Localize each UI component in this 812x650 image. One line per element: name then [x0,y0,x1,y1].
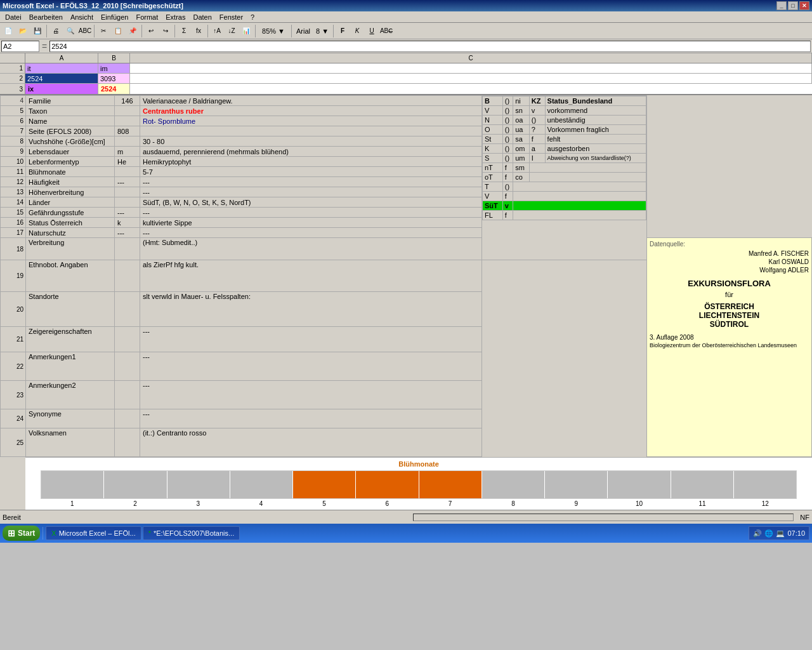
num-zeiger[interactable] [115,327,140,352]
zoom-button[interactable]: 85% ▼ [258,24,289,38]
cell-C1[interactable] [130,63,812,73]
num-verbreitung[interactable] [115,238,140,260]
num-taxon[interactable] [115,106,140,116]
val-familie[interactable]: Valerianaceae / Baldriangew. [140,96,482,106]
formula-input[interactable]: 2524 [49,41,811,52]
num-bluhmonate[interactable] [115,167,140,177]
label-volksnamen[interactable]: Volksnamen [26,428,115,457]
strikethrough-button[interactable]: ABC̶ [379,24,393,38]
save-button[interactable]: 💾 [30,24,44,38]
cell-B2[interactable]: 3093 [98,74,130,83]
label-lebenformentyp[interactable]: Lebenformentyp [26,157,115,167]
num-lebenformentyp[interactable]: He [115,157,140,167]
label-familie[interactable]: Familie [26,96,115,106]
label-status-oe[interactable]: Status Österreich [26,218,115,228]
label-anm2[interactable]: Anmerkungen2 [26,381,115,409]
num-lander[interactable] [115,197,140,208]
copy-button[interactable]: 📋 [111,24,125,38]
val-gefahr[interactable]: --- [140,208,482,218]
col-header-A[interactable]: A [25,53,98,63]
menu-bearbeiten[interactable]: Bearbeiten [25,11,67,23]
val-volksnamen[interactable]: (it.:) Centranto rosso [140,428,482,457]
label-lebensdauer[interactable]: Lebensdauer [26,147,115,157]
num-naturschutz[interactable]: --- [115,228,140,238]
val-naturschutz[interactable]: --- [140,228,482,238]
val-ethnobot[interactable]: als ZierPf hfg kult. [140,260,482,292]
cell-B1[interactable]: im [98,63,130,73]
num-name[interactable] [115,116,140,126]
close-button[interactable]: ✕ [799,1,809,10]
menu-datei[interactable]: Datei [1,11,25,23]
val-name[interactable]: Rot- Spornblume [140,116,482,126]
preview-button[interactable]: 🔍 [63,24,77,38]
autosum-button[interactable]: Σ [177,24,191,38]
menu-extras[interactable]: Extras [162,11,189,23]
undo-button[interactable]: ↩ [144,24,158,38]
scrollbar-track[interactable] [413,514,794,521]
val-zeiger[interactable]: --- [140,327,482,352]
val-anm1[interactable]: --- [140,352,482,381]
sort-asc-button[interactable]: ↑A [210,24,224,38]
num-standorte[interactable] [115,292,140,327]
num-vuchs[interactable] [115,136,140,147]
num-seite[interactable]: 808 [115,126,140,136]
ix-label[interactable]: ix [25,84,98,94]
minimize-button[interactable]: _ [776,1,787,10]
num-anm1[interactable] [115,352,140,381]
label-gefahr[interactable]: Gefährdungsstufe [26,208,115,218]
cell-A2-selected[interactable]: 2524 [25,74,98,83]
label-ethnobot[interactable]: Ethnobot. Angaben [26,260,115,292]
val-seite[interactable] [140,126,482,136]
paste-button[interactable]: 📌 [126,24,140,38]
open-button[interactable]: 📂 [16,24,30,38]
font-name[interactable]: Arial [294,27,313,35]
sort-desc-button[interactable]: ↓Z [225,24,239,38]
label-name[interactable]: Name [26,116,115,126]
label-seite[interactable]: Seite (EFOLS 2008) [26,126,115,136]
font-size[interactable]: 8 ▼ [313,27,331,35]
num-volksnamen[interactable] [115,428,140,457]
cell-reference[interactable]: A2 [1,41,39,52]
label-haufigkeit[interactable]: Häufigkeit [26,177,115,187]
ix-value[interactable]: 2524 [98,84,130,94]
bold-button[interactable]: F [336,24,350,38]
num-synonyme[interactable] [115,409,140,428]
menu-ansicht[interactable]: Ansicht [67,11,97,23]
val-taxon[interactable]: Centranthus ruber [140,106,482,116]
val-lander[interactable]: SüdT, (B, W, N, O, St, K, S, NordT) [140,197,482,208]
num-familie[interactable]: 146 [115,96,140,106]
redo-button[interactable]: ↪ [159,24,173,38]
new-button[interactable]: 📄 [1,24,15,38]
taskbar-excel[interactable]: X Microsoft Excel – EFÖl... [46,526,141,540]
label-taxon[interactable]: Taxon [26,106,115,116]
num-ethnobot[interactable] [115,260,140,292]
label-bluhmonate[interactable]: Blühmonate [26,167,115,177]
label-hohenverbreitung[interactable]: Höhenverbreitung [26,187,115,197]
val-synonyme[interactable]: --- [140,409,482,428]
label-anm1[interactable]: Anmerkungen1 [26,352,115,381]
col-header-B[interactable]: B [98,53,130,63]
menu-format[interactable]: Format [132,11,162,23]
label-verbreitung[interactable]: Verbreitung [26,238,115,260]
val-hohenverbreitung[interactable]: --- [140,187,482,197]
menu-einfuegen[interactable]: Einfügen [97,11,132,23]
val-standorte[interactable]: slt verwld in Mauer- u. Felsspalten: [140,292,482,327]
italic-button[interactable]: K [350,24,364,38]
cell-A1[interactable]: it [25,63,98,73]
num-gefahr[interactable]: --- [115,208,140,218]
maximize-button[interactable]: □ [788,1,798,10]
cut-button[interactable]: ✂ [96,24,110,38]
window-controls[interactable]: _ □ ✕ [776,1,809,10]
num-haufigkeit[interactable]: --- [115,177,140,187]
label-vuchs[interactable]: Vuchshöhe (-Größe)[cm] [26,136,115,147]
val-lebenformentyp[interactable]: Hemikryptophyt [140,157,482,167]
val-status-oe[interactable]: kultivierte Sippe [140,218,482,228]
val-lebensdauer[interactable]: ausdauernd, perennierend (mehrmals blühe… [140,147,482,157]
label-zeiger[interactable]: Zeigereigenschaften [26,327,115,352]
num-lebensdauer[interactable]: m [115,147,140,157]
underline-button[interactable]: U [365,24,379,38]
num-hohenverbreitung[interactable] [115,187,140,197]
val-anm2[interactable]: --- [140,381,482,409]
num-status-oe[interactable]: k [115,218,140,228]
chart-button[interactable]: 📊 [239,24,253,38]
